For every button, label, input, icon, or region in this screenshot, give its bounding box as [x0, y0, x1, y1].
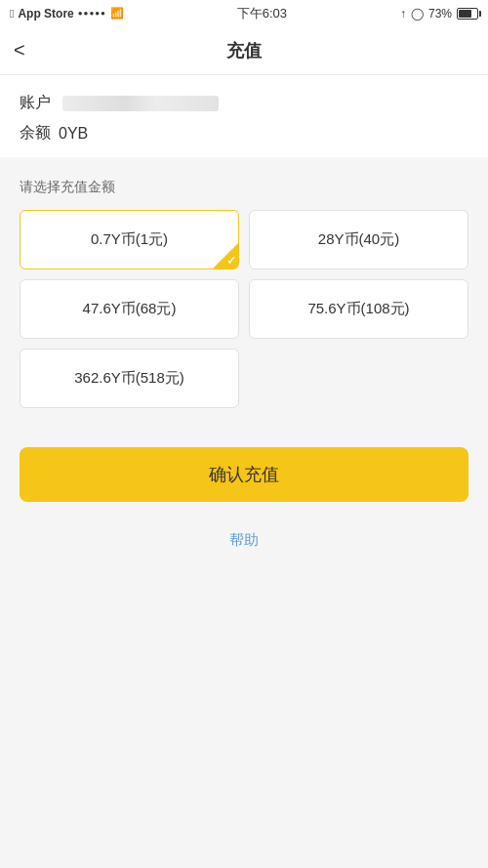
- account-section: 账户 余额 0YB: [0, 75, 488, 157]
- app-store-label: App Store: [18, 7, 73, 21]
- option-item-3[interactable]: 47.6Y币(68元) ✓: [20, 279, 239, 339]
- apple-icon: : [10, 7, 14, 21]
- status-bar:  App Store ●●●●● 📶 下午6:03 ↑ ◯ 73%: [0, 0, 488, 26]
- option-item-1[interactable]: 0.7Y币(1元) ✓: [20, 210, 239, 269]
- battery-percent: 73%: [428, 7, 452, 21]
- account-label: 账户: [20, 93, 51, 113]
- page-content: 账户 余额 0YB 请选择充值金额 0.7Y币(1元) ✓ 28Y币(40元) …: [0, 75, 488, 569]
- status-time: 下午6:03: [237, 5, 287, 22]
- back-chevron-icon: <: [14, 39, 25, 62]
- confirm-button[interactable]: 确认充值: [20, 447, 468, 502]
- option-item-4[interactable]: 75.6Y币(108元) ✓: [249, 279, 468, 339]
- nav-title: 充值: [226, 39, 262, 62]
- option-label-3: 47.6Y币(68元): [83, 300, 177, 316]
- check-mark-1: ✓: [226, 255, 236, 267]
- balance-label: 余额: [20, 123, 51, 144]
- option-label-1: 0.7Y币(1元): [91, 230, 168, 247]
- nav-bar: < 充值: [0, 26, 488, 75]
- status-left:  App Store ●●●●● 📶: [10, 7, 124, 21]
- section-title: 请选择充值金额: [20, 179, 468, 196]
- options-grid: 0.7Y币(1元) ✓ 28Y币(40元) ✓ 47.6Y币(68元) ✓ 75…: [20, 210, 468, 408]
- alarm-icon: ◯: [411, 7, 424, 21]
- location-icon: ↑: [400, 7, 406, 21]
- balance-value: 0YB: [59, 125, 88, 143]
- account-value-redacted: [62, 96, 219, 111]
- status-right: ↑ ◯ 73%: [400, 7, 478, 21]
- help-link[interactable]: 帮助: [229, 531, 259, 548]
- battery-icon: [457, 8, 478, 20]
- option-label-4: 75.6Y币(108元): [307, 300, 409, 316]
- recharge-section: 请选择充值金额 0.7Y币(1元) ✓ 28Y币(40元) ✓ 47.6Y币(6…: [0, 159, 488, 418]
- option-label-5: 362.6Y币(518元): [74, 369, 184, 386]
- signal-dots: ●●●●●: [78, 9, 106, 18]
- account-row: 账户: [20, 93, 468, 113]
- option-item-5[interactable]: 362.6Y币(518元) ✓: [20, 349, 239, 408]
- option-label-2: 28Y币(40元): [318, 230, 399, 247]
- option-item-2[interactable]: 28Y币(40元) ✓: [249, 210, 468, 269]
- confirm-section: 确认充值: [0, 418, 488, 521]
- wifi-icon: 📶: [110, 7, 124, 20]
- help-section: 帮助: [0, 521, 488, 569]
- battery-fill: [459, 10, 471, 18]
- balance-row: 余额 0YB: [20, 123, 468, 144]
- back-button[interactable]: <: [14, 39, 25, 62]
